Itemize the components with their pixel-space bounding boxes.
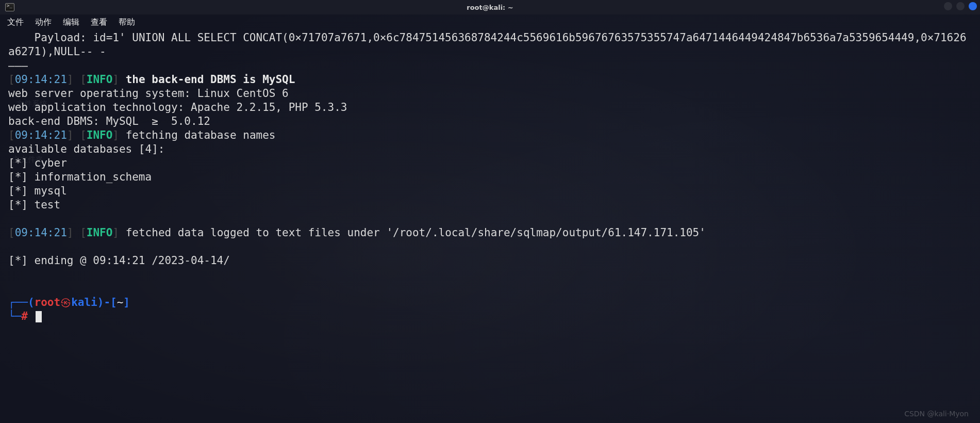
maximize-button[interactable]	[956, 2, 965, 10]
timestamp-3: 09:14:21	[15, 226, 67, 239]
info-tag: INFO	[87, 129, 113, 141]
payload-text: id=1' UNION ALL SELECT CONCAT(0×71707a76…	[8, 31, 967, 58]
minimize-button[interactable]	[944, 2, 952, 10]
menu-action[interactable]: 动作	[35, 17, 52, 28]
os-line: web server operating system: Linux CentO…	[8, 87, 289, 100]
prompt-at-icon: ㉿	[60, 296, 71, 308]
terminal-cursor[interactable]	[36, 311, 42, 322]
bracket: ]	[67, 226, 74, 239]
prompt-host: kali	[71, 296, 97, 308]
db-item: [*] mysql	[8, 185, 67, 197]
dbms-line: the back-end DBMS is MySQL	[126, 73, 295, 86]
info-tag: INFO	[87, 226, 113, 239]
timestamp-2: 09:14:21	[15, 129, 67, 141]
prompt-box-top: ┌──(	[8, 296, 35, 308]
bracket: [	[8, 226, 15, 239]
menu-help[interactable]: 帮助	[119, 17, 135, 28]
bracket: [	[80, 129, 87, 141]
logged-line: fetched data logged to text files under …	[126, 226, 706, 239]
titlebar[interactable]: root@kali: ~	[0, 0, 980, 14]
bracket: ]	[112, 129, 119, 141]
fetching-line: fetching database names	[126, 129, 276, 141]
timestamp-1: 09:14:21	[15, 73, 67, 86]
menubar: 文件 动作 编辑 查看 帮助	[0, 14, 980, 30]
close-button[interactable]	[969, 2, 977, 10]
window-controls	[944, 2, 977, 10]
bracket: ]	[67, 73, 74, 86]
ending-line: [*] ending @ 09:14:21 /2023-04-14/	[8, 254, 230, 267]
bracket: [	[8, 73, 15, 86]
payload-label: Payload:	[8, 31, 93, 44]
bracket: [	[80, 73, 87, 86]
bracket: ]	[112, 73, 119, 86]
db-item: [*] cyber	[8, 157, 67, 169]
db-item: [*] information_schema	[8, 171, 152, 183]
bracket: ]	[67, 129, 74, 141]
prompt-path: ~	[117, 296, 124, 308]
terminal-icon	[5, 3, 14, 11]
tech-line: web application technology: Apache 2.2.1…	[8, 101, 347, 113]
menu-edit[interactable]: 编辑	[63, 17, 79, 28]
bracket: [	[80, 226, 87, 239]
prompt-hash: #	[21, 310, 28, 322]
backend-line: back-end DBMS: MySQL ≥ 5.0.12	[8, 115, 210, 127]
prompt-box-close: ]	[123, 296, 130, 308]
menu-view[interactable]: 查看	[91, 17, 107, 28]
info-tag: INFO	[87, 73, 113, 86]
prompt-box-bottom: └─	[8, 310, 21, 322]
terminal-output[interactable]: Payload: id=1' UNION ALL SELECT CONCAT(0…	[8, 31, 972, 421]
window-title: root@kali: ~	[467, 4, 513, 11]
prompt-user: root	[35, 296, 61, 308]
prompt-box-paren: )-[	[97, 296, 117, 308]
separator: ———	[8, 59, 28, 72]
menu-file[interactable]: 文件	[7, 17, 24, 28]
available-line: available databases [4]:	[8, 143, 164, 155]
db-item: [*] test	[8, 199, 60, 211]
bracket: ]	[112, 226, 119, 239]
bracket: [	[8, 129, 15, 141]
